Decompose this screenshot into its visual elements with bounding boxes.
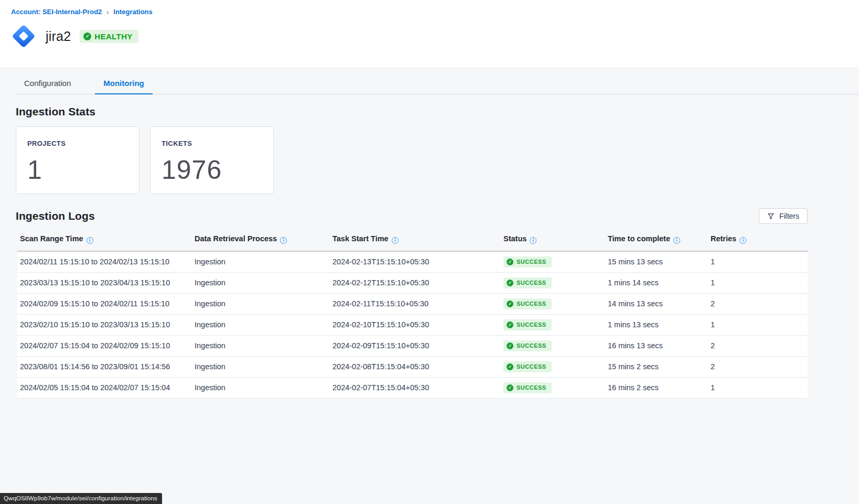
cell-scan-range-time: 2024/02/07 15:15:04 to 2024/02/09 15:15:… — [17, 335, 192, 356]
cell-status: ✓ SUCCESS — [501, 377, 605, 398]
cell-data-retrieval-process: Ingestion — [192, 251, 330, 273]
filter-funnel-icon — [767, 212, 775, 220]
status-badge: ✓ SUCCESS — [503, 340, 552, 351]
cell-data-retrieval-process: Ingestion — [192, 356, 330, 377]
check-circle-icon: ✓ — [507, 342, 513, 349]
jira-logo-icon — [9, 22, 38, 50]
chevron-right-icon: › — [106, 7, 109, 17]
table-header-row: Scan Range Timei Data Retrieval Processi… — [17, 231, 808, 251]
column-header-time-to-complete: Time to completei — [605, 231, 708, 251]
cell-scan-range-time: 2024/02/11 15:15:10 to 2024/02/13 15:15:… — [17, 251, 192, 273]
status-label: SUCCESS — [517, 280, 546, 286]
cell-retries: 1 — [708, 251, 808, 273]
tab-configuration[interactable]: Configuration — [16, 74, 79, 94]
cell-task-start-time: 2024-02-13T15:15:10+05:30 — [330, 251, 501, 273]
cell-scan-range-time: 2024/02/09 15:15:10 to 2024/02/11 15:15:… — [17, 293, 192, 314]
column-header-status: Statusi — [501, 231, 605, 251]
stat-cards: PROJECTS 1 TICKETS 1976 — [16, 126, 859, 194]
check-circle-icon: ✓ — [507, 384, 513, 391]
status-label: SUCCESS — [517, 259, 546, 265]
integration-title-row: jira2 ✓ HEALTHY — [9, 22, 859, 50]
cell-data-retrieval-process: Ingestion — [192, 314, 330, 335]
cell-time-to-complete: 15 mins 13 secs — [605, 251, 708, 273]
cell-retries: 1 — [708, 377, 808, 398]
cell-task-start-time: 2024-02-08T15:15:04+05:30 — [330, 356, 501, 377]
stat-value: 1 — [27, 155, 139, 185]
status-badge: ✓ SUCCESS — [503, 256, 552, 267]
table-body: 2024/02/11 15:15:10 to 2024/02/13 15:15:… — [17, 251, 808, 399]
stat-card-tickets: TICKETS 1976 — [150, 126, 274, 194]
cell-retries: 2 — [708, 356, 808, 377]
table-row: 2024/02/07 15:15:04 to 2024/02/09 15:15:… — [17, 335, 808, 356]
health-status-badge: ✓ HEALTHY — [80, 30, 138, 43]
breadcrumb-integrations-link[interactable]: Integrations — [113, 8, 152, 16]
check-circle-icon: ✓ — [507, 321, 513, 328]
cell-data-retrieval-process: Ingestion — [192, 272, 330, 293]
cell-data-retrieval-process: Ingestion — [192, 377, 330, 398]
cell-time-to-complete: 1 mins 14 secs — [605, 272, 708, 293]
status-badge: ✓ SUCCESS — [503, 319, 552, 330]
cell-status: ✓ SUCCESS — [501, 335, 605, 356]
cell-status: ✓ SUCCESS — [501, 272, 605, 293]
info-icon[interactable]: i — [673, 237, 680, 244]
info-icon[interactable]: i — [87, 237, 93, 244]
table-row: 2023/03/13 15:15:10 to 2023/04/13 15:15:… — [17, 272, 808, 293]
cell-data-retrieval-process: Ingestion — [192, 335, 330, 356]
info-icon[interactable]: i — [739, 237, 746, 244]
filters-button-label: Filters — [779, 212, 799, 220]
cell-scan-range-time: 2024/02/05 15:15:04 to 2024/02/07 15:15:… — [17, 377, 192, 398]
status-label: SUCCESS — [517, 342, 546, 349]
status-label: SUCCESS — [517, 363, 546, 370]
column-header-scan-range-time: Scan Range Timei — [17, 231, 192, 251]
cell-time-to-complete: 1 mins 13 secs — [605, 314, 708, 335]
cell-data-retrieval-process: Ingestion — [192, 293, 330, 314]
stat-label: PROJECTS — [27, 140, 139, 147]
cell-task-start-time: 2024-02-12T15:15:10+05:30 — [330, 272, 501, 293]
cell-retries: 1 — [708, 314, 808, 335]
status-badge: ✓ SUCCESS — [503, 382, 552, 393]
check-circle-icon: ✓ — [507, 363, 513, 370]
ingestion-logs-table: Scan Range Timei Data Retrieval Processi… — [17, 231, 808, 399]
cell-task-start-time: 2024-02-07T15:15:04+05:30 — [330, 377, 501, 398]
check-circle-icon: ✓ — [83, 33, 91, 40]
cell-retries: 1 — [708, 272, 808, 293]
filters-button[interactable]: Filters — [759, 208, 808, 224]
cell-time-to-complete: 15 mins 2 secs — [605, 356, 708, 377]
cell-status: ✓ SUCCESS — [501, 293, 605, 314]
page-title: jira2 — [46, 29, 71, 44]
cell-task-start-time: 2024-02-09T15:15:10+05:30 — [330, 335, 501, 356]
ingestion-logs-title: Ingestion Logs — [16, 210, 95, 222]
status-badge: ✓ SUCCESS — [503, 277, 552, 288]
stat-value: 1976 — [162, 155, 273, 185]
info-icon[interactable]: i — [280, 237, 287, 244]
check-circle-icon: ✓ — [507, 259, 513, 265]
cell-status: ✓ SUCCESS — [501, 356, 605, 377]
table-row: 2024/02/11 15:15:10 to 2024/02/13 15:15:… — [17, 251, 808, 273]
status-badge: ✓ SUCCESS — [503, 298, 552, 309]
health-status-label: HEALTHY — [94, 32, 133, 41]
page-header: Account: SEI-Internal-Prod2 › Integratio… — [0, 0, 859, 68]
status-label: SUCCESS — [517, 301, 546, 307]
cell-status: ✓ SUCCESS — [501, 251, 605, 273]
cell-scan-range-time: 2023/03/13 15:15:10 to 2023/04/13 15:15:… — [17, 272, 192, 293]
ingestion-stats-title: Ingestion Stats — [16, 105, 859, 118]
cell-time-to-complete: 16 mins 13 secs — [605, 335, 708, 356]
table-row: 2024/02/05 15:15:04 to 2024/02/07 15:15:… — [17, 377, 808, 398]
info-icon[interactable]: i — [530, 237, 536, 244]
table-row: 2024/02/09 15:15:10 to 2024/02/11 15:15:… — [17, 293, 808, 314]
cell-status: ✓ SUCCESS — [501, 314, 605, 335]
link-preview-statusbar: QwqOSlIWp9ob7w/module/sei/configuration/… — [0, 493, 162, 504]
table-row: 2023/02/10 15:15:10 to 2023/03/13 15:15:… — [17, 314, 808, 335]
status-label: SUCCESS — [517, 384, 546, 391]
breadcrumb: Account: SEI-Internal-Prod2 › Integratio… — [0, 0, 859, 16]
cell-time-to-complete: 16 mins 2 secs — [605, 377, 708, 398]
cell-task-start-time: 2024-02-11T15:15:10+05:30 — [330, 293, 501, 314]
info-icon[interactable]: i — [392, 237, 399, 244]
breadcrumb-account-link[interactable]: Account: SEI-Internal-Prod2 — [11, 8, 102, 16]
tab-bar: Configuration Monitoring — [16, 68, 859, 94]
column-header-data-retrieval-process: Data Retrieval Processi — [192, 231, 330, 251]
check-circle-icon: ✓ — [507, 280, 513, 286]
tab-monitoring[interactable]: Monitoring — [95, 74, 152, 94]
stat-card-projects: PROJECTS 1 — [16, 126, 139, 194]
cell-task-start-time: 2024-02-10T15:15:10+05:30 — [330, 314, 501, 335]
